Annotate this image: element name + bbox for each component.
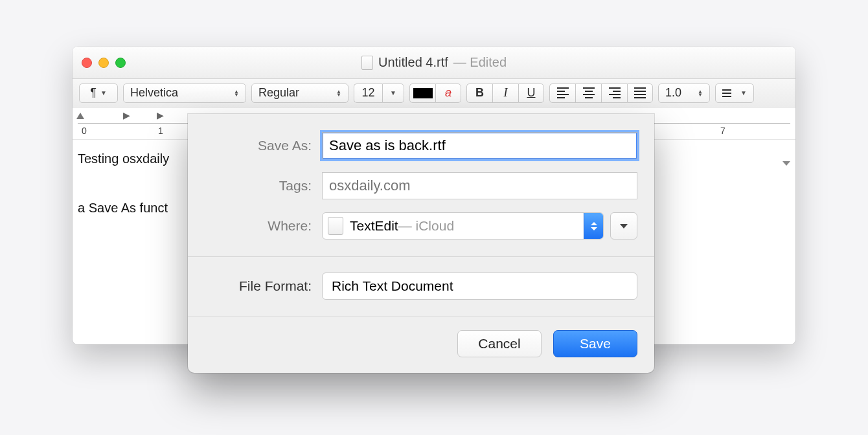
- stepper-icon: ▲▼: [234, 90, 239, 96]
- textedit-app-icon: [328, 217, 343, 235]
- file-format-value: Rich Text Document: [332, 278, 453, 294]
- underline-button[interactable]: U: [518, 84, 544, 103]
- ruler-number: 1: [158, 126, 163, 136]
- align-right-button[interactable]: [601, 84, 627, 103]
- file-format-label: File Format:: [205, 278, 312, 294]
- window-title: Untitled 4.rtf — Edited: [73, 55, 795, 70]
- list-icon: [722, 89, 731, 97]
- where-location-popup[interactable]: TextEdit — iCloud: [322, 212, 604, 240]
- ruler-indent-marker[interactable]: [76, 113, 84, 119]
- ruler-collapse-button[interactable]: [780, 157, 793, 170]
- close-window-button[interactable]: [82, 58, 92, 68]
- ruler-number: 0: [82, 126, 87, 136]
- cancel-button[interactable]: Cancel: [457, 330, 542, 357]
- italic-button[interactable]: I: [492, 84, 518, 103]
- align-right-icon: [609, 87, 621, 98]
- document-icon: [361, 56, 373, 70]
- font-size-control: 12 ▼: [354, 84, 404, 103]
- minimize-window-button[interactable]: [98, 58, 109, 68]
- pilcrow-icon: ¶: [90, 86, 97, 100]
- text-color-control: a: [409, 84, 461, 103]
- tags-input[interactable]: [322, 172, 637, 199]
- save-as-input[interactable]: [322, 132, 637, 159]
- save-as-label: Save As:: [205, 138, 312, 153]
- chevron-down-icon: ▼: [100, 89, 107, 96]
- traffic-lights: [82, 58, 126, 68]
- stepper-icon: ▲▼: [336, 90, 341, 96]
- alignment-group: [549, 84, 653, 103]
- line-spacing-select[interactable]: 1.0 ▲▼: [658, 84, 710, 103]
- save-as-sheet: Save As: Tags: Where: TextEdit — iCloud: [188, 114, 654, 373]
- chevron-down-icon: ▼: [390, 89, 396, 96]
- zoom-window-button[interactable]: [115, 58, 126, 68]
- window-filename: Untitled 4.rtf: [378, 55, 448, 70]
- align-left-button[interactable]: [549, 84, 575, 103]
- where-label: Where:: [205, 218, 312, 234]
- formatting-toolbar: ¶ ▼ Helvetica ▲▼ Regular ▲▼ 12 ▼ a B I U: [73, 79, 795, 107]
- align-center-button[interactable]: [575, 84, 601, 103]
- popup-stepper-icon: [584, 213, 603, 239]
- strikethrough-button[interactable]: a: [435, 84, 461, 103]
- chevron-down-icon: [620, 224, 628, 229]
- where-cloud-suffix: — iCloud: [398, 218, 454, 234]
- font-size-dropdown[interactable]: ▼: [382, 84, 404, 103]
- file-format-popup[interactable]: Rich Text Document: [322, 273, 637, 300]
- strikethrough-icon: a: [445, 86, 451, 100]
- text-style-group: B I U: [466, 84, 544, 103]
- chevron-down-icon: ▼: [740, 89, 747, 96]
- align-justify-icon: [634, 87, 646, 98]
- chevron-down-icon: [782, 161, 790, 166]
- titlebar: Untitled 4.rtf — Edited: [73, 47, 795, 79]
- expand-save-dialog-button[interactable]: [610, 212, 637, 240]
- window-edited-status: — Edited: [453, 55, 507, 70]
- ruler-tab-marker[interactable]: ▶: [157, 110, 164, 120]
- popup-stepper-icon: [453, 278, 473, 294]
- paragraph-style-popup[interactable]: ¶ ▼: [79, 84, 118, 103]
- stepper-icon: ▲▼: [698, 90, 703, 96]
- text-color-well[interactable]: [409, 84, 435, 103]
- font-size-field[interactable]: 12: [354, 84, 382, 103]
- color-swatch-black: [413, 88, 433, 98]
- font-family-value: Helvetica: [130, 86, 178, 100]
- font-style-value: Regular: [258, 86, 299, 100]
- ruler-tab-marker[interactable]: ▶: [123, 110, 130, 120]
- ruler-number: 7: [720, 126, 725, 136]
- where-app-name: TextEdit: [350, 218, 398, 234]
- align-justify-button[interactable]: [627, 84, 653, 103]
- align-center-icon: [583, 87, 595, 98]
- save-button[interactable]: Save: [553, 330, 637, 357]
- font-family-select[interactable]: Helvetica ▲▼: [123, 84, 246, 103]
- tags-label: Tags:: [205, 178, 312, 194]
- align-left-icon: [557, 87, 569, 98]
- line-spacing-value: 1.0: [665, 86, 681, 100]
- bold-button[interactable]: B: [466, 84, 492, 103]
- list-style-select[interactable]: ▼: [715, 84, 754, 103]
- font-style-select[interactable]: Regular ▲▼: [251, 84, 348, 103]
